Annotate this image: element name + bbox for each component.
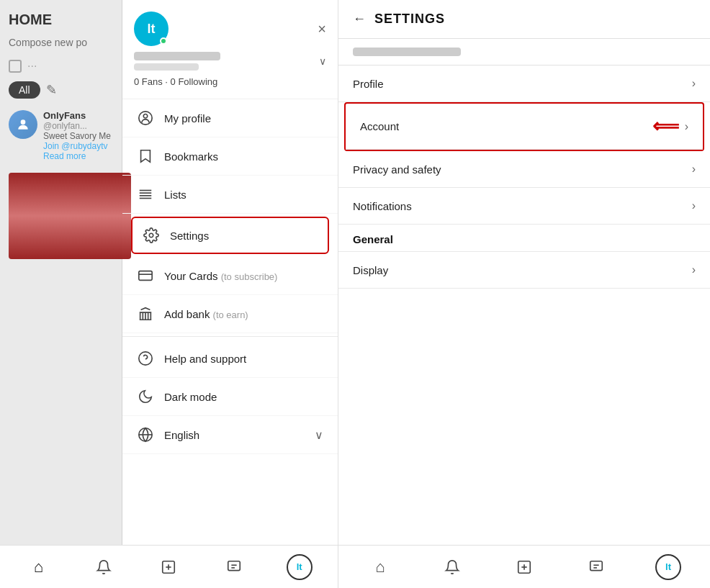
- username-sub-blurred: [134, 63, 199, 71]
- bottom-nav-right: ⌂ lt: [338, 546, 710, 588]
- nav-home-left[interactable]: ⌂: [25, 554, 51, 580]
- bottom-nav-left: ⌂ lt: [0, 546, 338, 588]
- compose-text: Compose new po: [9, 37, 113, 48]
- list-svg-icon: [138, 186, 153, 202]
- filter-checkbox[interactable]: [9, 60, 22, 73]
- add-icon-right: [516, 559, 532, 575]
- settings-item-display[interactable]: Display ›: [338, 252, 710, 289]
- nav-profile-right[interactable]: lt: [655, 554, 681, 580]
- menu-item-add-bank[interactable]: Add bank (to earn): [122, 295, 338, 333]
- account-highlight-box: Account ⟸ ›: [344, 102, 704, 151]
- bookmark-icon: [137, 148, 154, 165]
- dropdown-chevron[interactable]: ∨: [319, 55, 326, 67]
- menu-item-settings[interactable]: Settings: [132, 218, 328, 253]
- nav-add-left[interactable]: [156, 554, 181, 580]
- settings-item-account[interactable]: Account ⟸ ›: [346, 104, 703, 150]
- card-svg-icon: [138, 268, 153, 284]
- list-icon: [137, 186, 154, 203]
- username-blurred: [134, 52, 220, 60]
- gear-icon: [143, 227, 160, 244]
- moon-svg-icon: [138, 389, 153, 404]
- svg-rect-23: [590, 561, 603, 570]
- settings-highlight-box: Settings: [131, 217, 329, 254]
- settings-panel: ← SETTINGS Profile › Account ⟸ ›: [338, 0, 710, 545]
- profile-label: Profile: [353, 78, 384, 90]
- dark-mode-label: Dark mode: [164, 391, 217, 403]
- account-red-arrow: ⟸: [652, 115, 679, 137]
- close-button[interactable]: ×: [318, 21, 326, 37]
- messages-icon-left: [226, 559, 242, 575]
- settings-item-profile[interactable]: Profile ›: [338, 65, 710, 102]
- messages-icon-right: [588, 559, 604, 575]
- tab-all[interactable]: All: [9, 81, 40, 99]
- bell-icon-right: [444, 559, 460, 575]
- profile-chevron: ›: [692, 77, 696, 90]
- help-svg-icon: [138, 350, 153, 366]
- filter-dots: ···: [27, 60, 37, 73]
- menu-item-dark-mode[interactable]: Dark mode: [122, 378, 338, 416]
- settings-user-bar: [353, 48, 461, 56]
- svg-point-10: [139, 352, 152, 365]
- your-cards-label: Your Cards (to subscribe): [164, 270, 277, 282]
- bank-icon: [137, 305, 154, 322]
- add-icon-left: [161, 559, 176, 575]
- bank-svg-icon: [138, 306, 153, 322]
- home-title: HOME: [9, 12, 113, 28]
- avatar-online-dot: [160, 37, 167, 45]
- user-avatar: lt: [134, 12, 168, 46]
- lists-label: Lists: [164, 189, 187, 201]
- help-circle-icon: [137, 350, 154, 367]
- settings-user-blurred: [338, 39, 710, 65]
- settings-item-privacy[interactable]: Privacy and safety ›: [338, 151, 710, 188]
- globe-icon: [137, 426, 154, 443]
- username-info: [134, 52, 220, 71]
- privacy-label: Privacy and safety: [353, 163, 441, 176]
- nav-messages-right[interactable]: [583, 554, 609, 580]
- my-profile-label: My profile: [164, 112, 211, 125]
- menu-item-your-cards[interactable]: Your Cards (to subscribe): [122, 257, 338, 295]
- display-label: Display: [353, 264, 388, 276]
- menu-item-bookmarks[interactable]: Bookmarks: [122, 137, 338, 176]
- menu-divider: [122, 336, 338, 337]
- back-arrow-button[interactable]: ←: [353, 12, 366, 27]
- credit-card-icon: [137, 267, 154, 284]
- settings-item-notifications[interactable]: Notifications ›: [338, 188, 710, 225]
- feed-link[interactable]: Join @rubydaytv: [43, 141, 113, 151]
- nav-notifications-left[interactable]: [91, 554, 117, 580]
- settings-title: SETTINGS: [374, 12, 445, 27]
- bookmarks-label: Bookmarks: [164, 150, 218, 163]
- nav-add-right[interactable]: [511, 554, 537, 580]
- menu-item-help-support[interactable]: Help and support: [122, 340, 338, 378]
- nav-avatar-left: lt: [297, 561, 302, 572]
- feed-link-read-more[interactable]: Read more: [43, 151, 113, 161]
- notifications-label: Notifications: [353, 200, 412, 212]
- account-label: Account: [360, 120, 399, 132]
- svg-point-2: [143, 114, 148, 119]
- notifications-chevron: ›: [692, 199, 696, 212]
- svg-rect-17: [228, 561, 241, 570]
- nav-home-right[interactable]: ⌂: [367, 554, 393, 580]
- feed-image-inner: [9, 173, 131, 259]
- settings-label: Settings: [170, 230, 209, 242]
- feed-name: OnlyFans: [43, 110, 113, 121]
- svg-point-0: [21, 119, 26, 125]
- avatar-initials: lt: [148, 22, 156, 37]
- feed-item: OnlyFans @onlyfan... Sweet Savory Me Joi…: [9, 110, 113, 161]
- globe-svg-icon: [138, 427, 153, 443]
- menu-item-lists[interactable]: Lists: [122, 176, 338, 214]
- nav-messages-left[interactable]: [221, 554, 247, 580]
- menu-item-my-profile[interactable]: My profile: [122, 99, 338, 137]
- svg-point-7: [149, 233, 153, 238]
- help-support-label: Help and support: [164, 353, 246, 365]
- nav-notifications-right[interactable]: [439, 554, 465, 580]
- english-chevron: ∨: [315, 428, 323, 442]
- nav-profile-left[interactable]: lt: [287, 554, 313, 580]
- menu-item-english[interactable]: English ∨: [122, 416, 338, 454]
- bookmark-svg-icon: [138, 148, 153, 164]
- profile-svg-icon: [138, 110, 153, 126]
- display-chevron: ›: [692, 263, 696, 276]
- feed-image: [9, 173, 131, 259]
- gear-svg-icon: [143, 227, 159, 243]
- tab-edit[interactable]: ✎: [46, 82, 57, 98]
- moon-icon: [137, 388, 154, 405]
